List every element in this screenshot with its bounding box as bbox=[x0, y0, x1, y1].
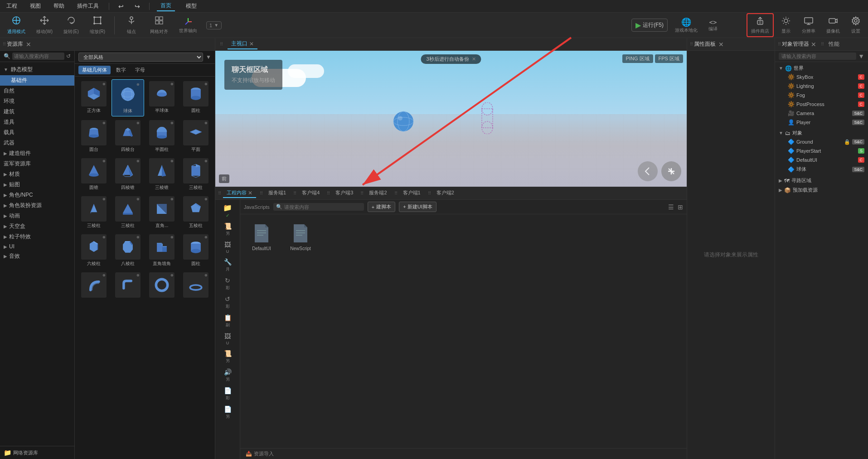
asset-search-input[interactable] bbox=[12, 53, 64, 60]
plugin-store-button[interactable]: 插件商店 bbox=[747, 13, 774, 37]
autosave-close[interactable]: ✕ bbox=[472, 56, 476, 62]
obj-player[interactable]: 👤 Player S&C bbox=[775, 118, 868, 127]
obj-navmesh[interactable]: ▶ 🗺 寻路区域 bbox=[775, 176, 868, 185]
sidebar-file2[interactable]: 📄 另 bbox=[215, 404, 240, 421]
script-tab-client3[interactable]: 客户端3 bbox=[332, 188, 357, 198]
sidebar-folder-icon[interactable]: 📁 ✓ bbox=[215, 202, 240, 220]
sidebar-copy[interactable]: 📋 副 bbox=[215, 312, 240, 330]
shape-halfcyl[interactable]: ⊕ 半圆柱 bbox=[146, 118, 178, 155]
tab-model[interactable]: 模型 bbox=[182, 1, 200, 11]
shape-plane[interactable]: ⊕ 平面 bbox=[180, 118, 212, 155]
cat-item-material[interactable]: ▶ 材质 bbox=[0, 169, 74, 179]
filter-tab-basic-geo[interactable]: 基础几何体 bbox=[78, 66, 111, 74]
cat-item-ui[interactable]: ▶ UI bbox=[0, 242, 74, 251]
obj-playerstart[interactable]: 🔷 PlayerStart S bbox=[775, 146, 868, 155]
undo-button[interactable]: ↩ bbox=[116, 2, 126, 11]
tool-move[interactable]: 移动(W) bbox=[33, 14, 56, 37]
obj-search-input[interactable] bbox=[779, 53, 856, 60]
filter-tab-letters[interactable]: 字母 bbox=[131, 66, 149, 74]
shape-triprism3[interactable]: ⊕ 三棱柱 bbox=[112, 194, 144, 231]
shape-cylinder[interactable]: ⊕ 圆柱 bbox=[180, 79, 212, 116]
shape-sphere[interactable]: ⊕ 球体 bbox=[112, 79, 144, 116]
sidebar-item3[interactable]: 📜 另 bbox=[215, 348, 240, 366]
shape-pipe1[interactable]: ⊕ bbox=[78, 271, 110, 300]
shape-tripyramid[interactable]: ⊕ 三棱锥 bbox=[146, 156, 178, 193]
view-grid-icon[interactable]: ⊞ bbox=[678, 203, 683, 211]
objects-section[interactable]: ▼ 🗂 对象 bbox=[775, 129, 868, 137]
shape-pyramid4[interactable]: ⊕ 四棱锥 bbox=[112, 156, 144, 193]
display-button[interactable]: 显示 bbox=[777, 14, 795, 36]
script-tab-project[interactable]: 工程内容 ✕ bbox=[223, 188, 256, 198]
search-clear-icon[interactable]: ↺ bbox=[66, 53, 71, 59]
script-tab-server1[interactable]: 服务端1 bbox=[265, 188, 290, 198]
view-list-icon[interactable]: ☰ bbox=[668, 203, 674, 211]
tool-scale[interactable]: 缩放(R) bbox=[86, 14, 109, 37]
cat-item-vehicle[interactable]: 载具 bbox=[0, 127, 74, 138]
file-defaultui[interactable]: DefaultUI bbox=[246, 220, 277, 254]
filter-tab-numbers[interactable]: 数字 bbox=[112, 66, 130, 74]
sidebar-ui2[interactable]: 🖼 U bbox=[215, 331, 240, 347]
obj-close[interactable]: ✕ bbox=[811, 41, 816, 48]
cat-item-blue[interactable]: 蓝军资源库 bbox=[0, 159, 74, 169]
new-script-btn[interactable]: + 建脚本 bbox=[368, 202, 395, 212]
network-resource-btn[interactable]: 📁 网络资源库 bbox=[0, 446, 74, 459]
tool-rotate[interactable]: 旋转(E) bbox=[60, 14, 82, 37]
script-tab-server2[interactable]: 服务端2 bbox=[365, 188, 390, 198]
cat-item-costume[interactable]: ▶ 角色装扮资源 bbox=[0, 200, 74, 211]
viewport-tab-close[interactable]: ✕ bbox=[249, 41, 254, 47]
file-newscript[interactable]: NewScript bbox=[285, 220, 316, 254]
tool-anchor[interactable]: 锚点 bbox=[120, 14, 143, 37]
cat-item-audio[interactable]: ▶ 音效 bbox=[0, 251, 74, 261]
play-button[interactable]: ▶ 运行(F5) bbox=[631, 19, 668, 32]
menu-view[interactable]: 视图 bbox=[27, 1, 44, 11]
sidebar-rotate2[interactable]: ↺ 彩 bbox=[215, 294, 240, 311]
shape-disc[interactable]: ⊕ 圆台 bbox=[78, 118, 110, 155]
shape-pentaprism[interactable]: ⊕ 五棱柱 bbox=[180, 194, 212, 231]
cat-item-arch[interactable]: 建筑 bbox=[0, 106, 74, 117]
shape-hexprism[interactable]: ⊕ 六棱柱 bbox=[78, 232, 110, 269]
shape-trapezoid4[interactable]: ⊕ 四棱台 bbox=[112, 118, 144, 155]
filter-icon[interactable]: ▼ bbox=[858, 53, 864, 60]
sidebar-file1[interactable]: 📄 彩 bbox=[215, 385, 240, 403]
tool-axis[interactable]: 世界轴向 bbox=[175, 15, 201, 36]
cat-item-basic[interactable]: 基础件 bbox=[0, 75, 74, 86]
tool-mode[interactable]: 通用模式 bbox=[4, 14, 29, 37]
camera-button[interactable]: 摄像机 bbox=[823, 14, 844, 36]
shape-rightangle[interactable]: ⊕ 直角... bbox=[146, 194, 178, 231]
localize-button[interactable]: 🌐 游戏本地化 bbox=[671, 15, 701, 35]
shape-oval[interactable]: ⊕ bbox=[180, 271, 212, 300]
tab-viewport[interactable]: 主视口 ✕ bbox=[228, 39, 257, 49]
cat-item-nature[interactable]: 自然 bbox=[0, 86, 74, 96]
cat-item-npc[interactable]: ▶ 角色/NPC bbox=[0, 190, 74, 200]
shape-octprism[interactable]: ⊕ 八棱柱 bbox=[112, 232, 144, 269]
asset-close[interactable]: ✕ bbox=[26, 41, 31, 48]
sidebar-audio2[interactable]: 🔊 另 bbox=[215, 367, 240, 384]
new-ui-script-btn[interactable]: + 新建UI脚本 bbox=[399, 202, 436, 212]
import-btn[interactable]: 📥 资源导入 bbox=[240, 448, 687, 459]
action-btn[interactable] bbox=[661, 161, 681, 181]
cat-item-build[interactable]: ▶ 建造组件 bbox=[0, 148, 74, 159]
settings-button[interactable]: 设置 bbox=[847, 14, 864, 36]
shape-hemisphere[interactable]: ⊕ 半球体 bbox=[146, 79, 178, 116]
cat-item-anim[interactable]: ▶ 动画 bbox=[0, 211, 74, 221]
script-tab-client2[interactable]: 客户端2 bbox=[433, 188, 458, 198]
shape-triprism2[interactable]: ⊕ 三棱柱 bbox=[78, 194, 110, 231]
cat-item-skybox[interactable]: ▶ 天空盒 bbox=[0, 221, 74, 232]
back-btn[interactable] bbox=[638, 161, 658, 181]
cat-item-particle[interactable]: ▶ 粒子特效 bbox=[0, 232, 74, 242]
obj-defaultui[interactable]: 🔷 DefaultUI C bbox=[775, 155, 868, 164]
shape-roundcyl[interactable]: ⊕ 圆柱 bbox=[180, 232, 212, 269]
expand-icon[interactable]: ▼ bbox=[206, 54, 211, 60]
sidebar-ui1[interactable]: 🖼 U bbox=[215, 239, 240, 256]
shape-cube[interactable]: ⊕ 正方体 bbox=[78, 79, 110, 116]
obj-preload[interactable]: ▶ 📦 预加载资源 bbox=[775, 185, 868, 195]
script-tab-client4[interactable]: 客户端4 bbox=[298, 188, 323, 198]
obj-sphere[interactable]: 🔷 球体 S&C bbox=[775, 164, 868, 174]
asset-cat-static-model[interactable]: ▼ 静态模型 bbox=[0, 64, 74, 75]
resolution-button[interactable]: 分辨率 bbox=[798, 14, 819, 36]
menu-help[interactable]: 帮助 bbox=[51, 1, 67, 11]
shape-triprism[interactable]: ⊕ 三棱柱 bbox=[180, 156, 212, 193]
menu-plugin-tools[interactable]: 插件工具 bbox=[74, 1, 102, 11]
script-search-input[interactable] bbox=[284, 204, 361, 210]
script-tab-client1[interactable]: 客户端1 bbox=[399, 188, 424, 198]
